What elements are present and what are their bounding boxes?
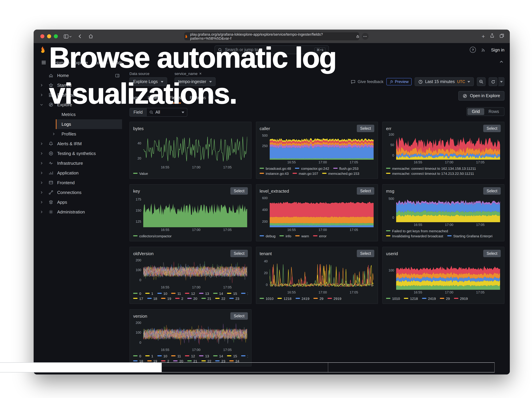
panel-select-button[interactable]: Select [230,187,248,195]
refresh-button[interactable] [489,77,497,86]
legend-item[interactable]: Starting Grafana Enterpri [447,234,493,238]
legend-item[interactable]: 2919 [328,296,342,300]
legend-item[interactable]: memcache: connect timeout to 162.134.158… [386,166,476,170]
zoom-out-button[interactable] [477,77,486,86]
panel-select-button[interactable]: Select [483,250,501,257]
legend-item[interactable]: 2 [175,296,183,300]
tab-fields[interactable]: Fields [169,95,181,104]
breadcrumb-item[interactable]: Explore [73,60,88,65]
panel-select-button[interactable]: Select [230,250,248,257]
legend-item[interactable]: warn [295,234,309,238]
legend-item[interactable]: 20 [187,296,197,300]
sidebar-toggle-icon[interactable] [63,34,72,39]
tab-labels[interactable]: Labels [148,95,161,104]
breadcrumb-item[interactable]: Fields [111,60,123,65]
panel-select-button[interactable]: Select [357,125,374,132]
legend-item[interactable]: 16 [241,354,248,358]
zoom-window-button[interactable] [54,34,58,38]
new-tab-icon[interactable]: + [481,33,485,39]
collapse-section-icon[interactable] [499,60,504,66]
dock-menu-icon[interactable] [115,73,120,78]
sidebar-item-starred[interactable]: Starred [34,80,124,90]
legend-item[interactable]: 10 [157,291,167,295]
chevron-right-icon[interactable] [39,181,44,185]
legend-item[interactable]: 19 [161,296,171,300]
share-icon[interactable] [490,33,495,40]
sidebar-item-dashboards[interactable]: Dashboards [34,90,124,100]
legend-item[interactable]: 1218 [278,296,291,300]
open-in-explore-button[interactable]: Open in Explore [458,91,504,100]
chevron-right-icon[interactable] [39,142,44,146]
legend-item[interactable]: 29 [440,296,450,300]
sidebar-item-alerts-irm[interactable]: Alerts & IRM [34,139,124,149]
time-range-picker[interactable]: Last 15 minutes UTC [415,77,474,86]
tab-patterns[interactable]: Patterns8 [190,95,214,104]
legend-item[interactable]: 2919 [454,296,468,300]
chevron-right-icon[interactable] [39,93,44,97]
legend-item[interactable]: flush.go:253 [333,166,359,170]
sign-in-button[interactable]: Sign in [491,47,505,52]
search-input[interactable]: Search or jump to... ⌘+k [215,45,329,54]
chevron-right-icon[interactable] [39,152,44,155]
rows-view-button[interactable]: Rows [484,108,503,115]
legend-item[interactable]: 11 [171,354,181,358]
chevron-right-icon[interactable] [39,191,44,194]
legend-item[interactable]: 10 [157,354,167,358]
legend-item[interactable]: collectors/compactor [133,234,172,238]
service-name-select[interactable]: tempo-ingester [175,77,216,86]
sidebar-item-application[interactable]: Application [34,168,124,178]
legend-item[interactable]: Failed to get keys from memcached [386,229,448,233]
panel-select-button[interactable]: Select [357,250,374,257]
sidebar-item-explore[interactable]: Explore [34,100,124,110]
legend-item[interactable]: 23 [229,296,239,300]
legend-item[interactable]: 16 [241,291,248,295]
remove-filter-icon[interactable]: × [199,71,202,76]
sidebar-item-metrics[interactable]: Metrics [34,110,124,119]
url-bar[interactable]: play.grafana.org/a/grafana-lokiexplore-a… [184,32,359,40]
chevron-right-icon[interactable] [39,161,44,165]
legend-item[interactable]: 1010 [386,296,400,300]
news-icon[interactable] [481,47,486,52]
chevron-right-icon[interactable] [39,171,44,175]
legend-item[interactable]: 1010 [260,296,273,300]
help-icon[interactable]: ? [470,47,476,53]
more-options-icon[interactable]: ••• [362,33,368,40]
legend-item[interactable]: 15 [227,291,237,295]
legend-item[interactable]: broadcast.go:48 [260,166,291,170]
panel-select-button[interactable]: Select [483,125,501,132]
legend-item[interactable]: 29 [313,296,323,300]
data-source-select[interactable]: Explore Logs [129,77,167,86]
tabs-overview-icon[interactable] [499,33,504,39]
breadcrumb-item[interactable]: Logs [95,60,104,65]
back-icon[interactable] [77,34,83,39]
legend-item[interactable]: 11 [171,291,181,295]
grid-view-button[interactable]: Grid [468,108,484,115]
legend-item[interactable]: info [279,234,291,238]
close-window-button[interactable] [40,34,44,38]
chevron-right-icon[interactable] [39,83,44,87]
preview-badge[interactable]: Preview [386,78,412,85]
legend-item[interactable]: debug [260,234,275,238]
legend-item[interactable]: 0 [133,291,141,295]
legend-item[interactable]: 21 [201,296,211,300]
legend-item[interactable]: 2419 [422,296,436,300]
sidebar-item-apps[interactable]: Apps [34,197,124,207]
legend-item[interactable]: Invalidating forwarded broadcast [386,234,443,238]
refresh-interval-caret[interactable] [498,77,504,86]
legend-item[interactable]: 0 [133,354,141,358]
legend-item[interactable]: 13 [199,354,209,358]
sidebar-item-testing-synthetics[interactable]: Testing & synthetics [34,149,124,158]
chevron-right-icon[interactable] [39,200,44,204]
legend-item[interactable]: 12 [185,354,195,358]
legend-item[interactable]: 15 [227,354,237,358]
legend-item[interactable]: instance.go:43 [260,171,289,175]
legend-item[interactable]: 1 [145,291,153,295]
legend-item[interactable]: 18 [147,296,157,300]
legend-item[interactable]: memcached.go:153 [322,171,359,175]
tab-logs[interactable]: Logs [129,95,139,104]
sidebar-item-frontend[interactable]: Frontend [34,178,124,187]
home-icon[interactable] [88,34,94,39]
chevron-right-icon[interactable] [39,210,44,214]
legend-item[interactable]: error [313,234,327,238]
grafana-logo[interactable] [39,46,46,53]
